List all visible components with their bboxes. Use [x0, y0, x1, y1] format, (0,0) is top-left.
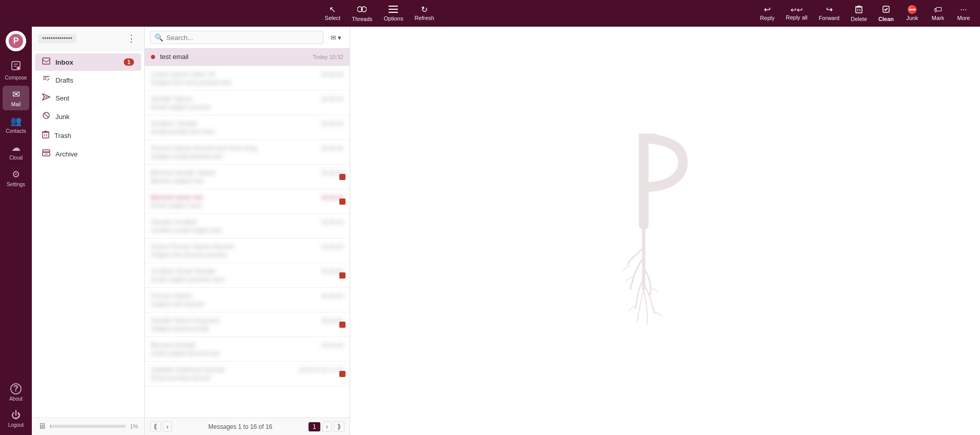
options-icon — [389, 6, 398, 14]
email-item[interactable]: Blurred name red 00:00:00 Email subject … — [145, 189, 350, 214]
trash-icon — [42, 130, 49, 141]
email-sender: Blurred name red — [151, 193, 317, 201]
sidebar-item-contacts[interactable]: 👥 Contacts — [3, 112, 29, 137]
email-item[interactable]: test email Today 10:32 — [145, 49, 350, 66]
compose-label: Compose — [5, 75, 27, 81]
folder-item-drafts[interactable]: Drafts — [35, 71, 141, 89]
email-item[interactable]: Another Email Sender 00:00:00 Email subj… — [145, 263, 350, 288]
prev-page-button[interactable]: ‹ — [163, 421, 172, 432]
email-item[interactable]: Lorem ipsum dolor sit 00:00:00 Subject l… — [145, 66, 350, 91]
svg-rect-5 — [856, 7, 862, 13]
clean-button[interactable]: Clean — [873, 3, 899, 24]
preview-logo — [619, 128, 712, 334]
email-date: 00:00:00 — [321, 145, 343, 151]
more-button[interactable]: ··· More — [951, 4, 976, 23]
svg-text:P: P — [13, 36, 19, 45]
sidebar-item-logout[interactable]: ⏻ Logout — [3, 407, 29, 431]
folder-menu-button[interactable]: ⋮ — [125, 32, 138, 45]
email-subject: Subject line blurred preview — [151, 251, 343, 259]
svg-rect-2 — [389, 6, 398, 7]
sidebar-item-settings[interactable]: ⚙ Settings — [3, 166, 29, 190]
email-subject: Blurred subject text — [151, 177, 343, 185]
email-subject: Subject blurred email — [151, 325, 343, 332]
about-label: About — [9, 396, 23, 402]
email-flag-badge — [339, 371, 345, 377]
email-sender: Another Sender — [151, 120, 317, 127]
email-list: test email Today 10:32 Lorem ipsum dolor… — [145, 49, 350, 418]
email-flag-badge — [339, 272, 345, 279]
email-date: 00:00:00 — [321, 342, 343, 348]
folder-item-inbox[interactable]: Inbox 1 — [35, 53, 141, 71]
inbox-badge: 1 — [124, 58, 134, 66]
cloud-icon: ☁ — [11, 142, 21, 153]
email-item[interactable]: Blurred Sender 00:00:00 email subject bl… — [145, 337, 350, 362]
folder-item-junk[interactable]: Junk — [35, 107, 141, 126]
main-layout: P Compose ✉ Mail 👥 Contacts ☁ Cloud — [0, 27, 980, 435]
forward-button[interactable]: ↪ Forward — [814, 4, 844, 23]
email-item[interactable]: Person Name 00:00:00 Subject text blurre… — [145, 288, 350, 312]
svg-rect-28 — [43, 132, 49, 138]
email-subject: email subject blurred text — [151, 350, 343, 357]
email-sender: Person Name — [151, 292, 317, 300]
contacts-icon: 👥 — [10, 115, 22, 127]
folder-item-sent[interactable]: Sent — [35, 89, 141, 107]
email-sender: Sender Name — [151, 95, 317, 103]
delete-button[interactable]: Delete — [846, 3, 872, 24]
drafts-icon — [42, 75, 50, 85]
email-item[interactable]: Blurred Sender Name 00:00:00 Blurred sub… — [145, 165, 350, 189]
email-subject: Email preview text here — [151, 128, 343, 135]
email-date: 00:00:00 — [321, 71, 343, 77]
threads-button[interactable]: Threads — [347, 3, 377, 24]
email-subject: Email preview blurred — [151, 374, 343, 382]
folder-item-archive[interactable]: Archive — [35, 145, 141, 163]
sidebar-item-mail[interactable]: ✉ Mail — [3, 86, 29, 110]
dropdown-arrow: ▾ — [338, 34, 341, 42]
forward-icon: ↪ — [826, 6, 833, 14]
mail-label: Mail — [11, 102, 21, 107]
archive-icon — [42, 149, 50, 159]
folder-header: •••••••••••••• ⋮ — [32, 27, 144, 51]
email-subject: Another email subject text — [151, 227, 343, 234]
last-page-button[interactable]: ⟫ — [334, 421, 344, 432]
reply-all-button[interactable]: ↩↩ Reply all — [781, 4, 813, 23]
sidebar-item-compose[interactable]: Compose — [3, 57, 29, 84]
junk-icon — [42, 111, 50, 122]
storage-icon: 🖥 — [38, 422, 46, 431]
search-input[interactable] — [166, 34, 319, 42]
refresh-button[interactable]: ↻ Refresh — [409, 4, 439, 23]
first-page-button[interactable]: ⟪ — [150, 421, 161, 432]
sent-label: Sent — [55, 94, 134, 102]
mark-icon: 🏷 — [934, 6, 942, 14]
archive-label: Archive — [55, 150, 134, 158]
email-sender: Person Name blurred text here long — [151, 144, 317, 152]
email-item[interactable]: Sender Another 00:00:00 Another email su… — [145, 214, 350, 239]
select-button[interactable]: ↖ Select — [320, 4, 346, 23]
envelope-icon: ✉ — [331, 34, 336, 42]
pagination-controls: ⟪ ‹ — [150, 421, 172, 432]
filter-button[interactable]: ✉ ▾ — [328, 32, 344, 44]
email-item[interactable]: Sender Name 00:00:00 Email subject previ… — [145, 91, 350, 115]
email-sender: Isabelle Estienne blurred — [151, 366, 295, 373]
options-button[interactable]: Options — [379, 4, 409, 24]
preview-panel — [350, 27, 980, 435]
email-sender: Another Email Sender — [151, 267, 317, 275]
email-list-header: 🔍 ✉ ▾ — [145, 27, 350, 49]
reply-button[interactable]: ↩ Reply — [755, 4, 780, 23]
email-item[interactable]: Person Name blurred text here long 00:00… — [145, 140, 350, 165]
folder-item-trash[interactable]: Trash — [35, 126, 141, 145]
email-item[interactable]: Another Sender 00:00:00 Email preview te… — [145, 115, 350, 140]
email-item[interactable]: Sender Name long text 00:00:00 Subject b… — [145, 312, 350, 337]
junk-button[interactable]: ⛔ Junk — [900, 4, 925, 23]
email-subject: Email subject here — [151, 202, 343, 209]
svg-rect-33 — [43, 150, 50, 152]
mark-button[interactable]: 🏷 Mark — [926, 4, 950, 23]
sidebar-item-cloud[interactable]: ☁ Cloud — [3, 139, 29, 164]
about-icon: ? — [10, 383, 22, 394]
next-page-button[interactable]: › — [322, 421, 332, 432]
pagination-right: 1 › ⟫ — [309, 421, 344, 432]
email-subject: Subject text blurred — [151, 301, 343, 308]
email-item[interactable]: Some Person Name blurred 00:00:00 Subjec… — [145, 239, 350, 263]
email-item[interactable]: Isabelle Estienne blurred 2019-03-01 17:… — [145, 362, 350, 386]
app-logo: P — [6, 31, 26, 51]
sidebar-item-about[interactable]: ? About — [3, 380, 29, 405]
